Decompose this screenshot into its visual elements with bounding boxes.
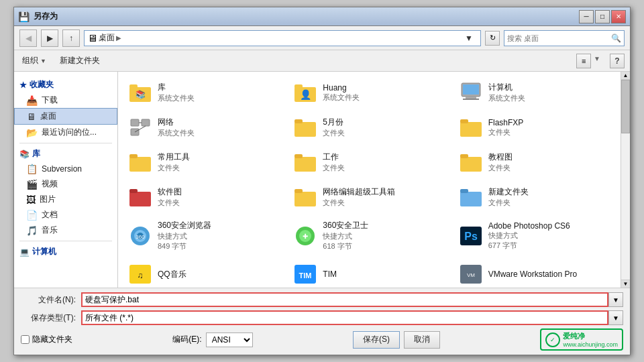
view-toggle-button[interactable]: ≡ [576, 54, 591, 68]
svg-rect-19 [129, 157, 151, 172]
sidebar-item-photo[interactable]: 🖼 图片 [14, 192, 117, 207]
close-button[interactable]: ✕ [611, 10, 626, 23]
scroll-down[interactable]: ▼ [621, 280, 630, 288]
maximize-button[interactable]: □ [595, 10, 610, 23]
sidebar-item-desktop[interactable]: 🖥 桌面 [14, 108, 117, 125]
file-item-17[interactable]: VM VMware Workstation Pro [454, 259, 615, 288]
photo-label: 图片 [40, 194, 56, 205]
filename-dropdown[interactable]: ▼ [608, 292, 623, 307]
sidebar-item-download[interactable]: 📥 下载 [14, 93, 117, 108]
file-item-6[interactable]: 常用工具 文件夹 [123, 147, 284, 178]
computer-header[interactable]: 💻 计算机 [14, 244, 117, 259]
svg-rect-20 [129, 154, 138, 158]
sidebar-item-recent[interactable]: 📂 最近访问的位... [14, 125, 117, 140]
filetype-input[interactable] [81, 310, 608, 325]
file-icon-3 [128, 115, 152, 139]
sidebar-item-subversion[interactable]: 📋 Subversion [14, 162, 117, 176]
svg-rect-27 [294, 192, 316, 206]
tutorial-folder-svg [459, 152, 483, 173]
file-grid: 📚 库 系统文件夹 👤 [118, 72, 621, 288]
svg-rect-11 [142, 119, 150, 126]
svg-text:👤: 👤 [300, 89, 312, 101]
back-button[interactable]: ◀ [19, 29, 37, 47]
file-info-13: 360安全卫士 快捷方式 618 字节 [323, 220, 445, 251]
address-breadcrumb: 🖥 桌面 ▶ [87, 32, 458, 44]
file-item-14[interactable]: Ps Adobe Photoshop CS6 快捷方式 677 字节 [454, 217, 615, 255]
help-button[interactable]: ? [610, 54, 625, 68]
file-item-9[interactable]: 软件图 文件夹 [123, 182, 284, 213]
library-header[interactable]: 📚 库 [14, 146, 117, 162]
file-icon-12: 360 [128, 224, 152, 248]
favorites-label: 收藏夹 [30, 79, 54, 90]
file-item-3[interactable]: 网络 系统文件夹 [123, 112, 284, 143]
file-name-2: 计算机 [488, 82, 610, 93]
dialog-icon: 💾 [18, 11, 30, 22]
title-controls: ─ □ ✕ [579, 10, 626, 23]
file-info-0: 库 系统文件夹 [158, 82, 280, 103]
save-button[interactable]: 保存(S) [353, 331, 400, 349]
file-icon-9 [128, 185, 152, 209]
navigation-toolbar: ◀ ▶ ↑ 🖥 桌面 ▶ ▼ ↻ 🔍 [14, 26, 630, 50]
search-input[interactable] [507, 34, 608, 42]
file-icon-0: 📚 [128, 80, 152, 105]
new-folder-button[interactable]: 新建文件夹 [57, 54, 103, 68]
file-item-2[interactable]: 计算机 系统文件夹 [454, 77, 615, 108]
search-icon[interactable]: 🔍 [611, 34, 621, 43]
file-item-12[interactable]: 360 360安全浏览器 快捷方式 849 字节 [123, 217, 284, 255]
organize-button[interactable]: 组织 ▼ [19, 54, 49, 68]
view-dropdown-arrow[interactable]: ▼ [592, 54, 602, 68]
file-info-3: 网络 系统文件夹 [158, 117, 280, 138]
file-item-5[interactable]: FlashFXP 文件夹 [454, 112, 615, 143]
file-item-13[interactable]: ✚ 360安全卫士 快捷方式 618 字节 [288, 217, 449, 255]
sidebar: ★ 收藏夹 📥 下载 🖥 桌面 📂 最近访问的位... [14, 72, 118, 288]
up-button[interactable]: ↑ [62, 29, 80, 47]
minimize-button[interactable]: ─ [579, 10, 594, 23]
file-name-11: 新建文件夹 [488, 186, 610, 198]
cancel-button[interactable]: 取消 [404, 331, 440, 349]
filetype-dropdown[interactable]: ▼ [608, 310, 623, 325]
file-info-16: TIM [323, 269, 445, 279]
hide-folders-checkbox[interactable] [21, 335, 30, 344]
forward-button[interactable]: ▶ [41, 29, 58, 47]
main-content: ★ 收藏夹 📥 下载 🖥 桌面 📂 最近访问的位... [14, 72, 630, 288]
file-item-11[interactable]: 新建文件夹 文件夹 [454, 182, 615, 213]
svg-rect-18 [460, 119, 468, 123]
file-icon-16: TIM [293, 262, 317, 286]
filename-input[interactable] [81, 292, 608, 307]
vmware-icon-svg: VM [459, 263, 483, 285]
svg-rect-15 [294, 122, 316, 137]
360safe-icon-svg: ✚ [293, 225, 317, 247]
scrollbar[interactable]: ▲ ▼ [621, 72, 630, 288]
file-item-15[interactable]: ♫ QQ音乐 [123, 259, 284, 288]
encoding-select[interactable]: ANSI UTF-8 Unicode [206, 333, 253, 347]
file-item-7[interactable]: 工作 文件夹 [288, 147, 449, 178]
ps-icon-svg: Ps [459, 225, 483, 247]
file-size-14: 677 字节 [488, 241, 610, 251]
file-item-1[interactable]: 👤 Huang 系统文件夹 [288, 77, 449, 108]
scroll-up[interactable]: ▲ [621, 72, 630, 80]
file-item-0[interactable]: 📚 库 系统文件夹 [123, 77, 284, 108]
search-bar[interactable]: 🔍 [504, 30, 625, 46]
sidebar-item-video[interactable]: 🎬 视频 [14, 176, 117, 192]
file-item-8[interactable]: 教程图 文件夹 [454, 147, 615, 178]
hide-folders-area[interactable]: 隐藏文件夹 [21, 334, 72, 345]
file-item-10[interactable]: 网络编辑超级工具箱 文件夹 [288, 182, 449, 213]
subversion-label: Subversion [42, 164, 82, 174]
address-text: 桌面 [99, 32, 115, 44]
sidebar-item-doc[interactable]: 📄 文档 [14, 207, 117, 223]
address-bar[interactable]: 🖥 桌面 ▶ ▼ [84, 30, 481, 46]
file-item-4[interactable]: 5月份 文件夹 [288, 112, 449, 143]
watermark-circle: ✓ [545, 333, 560, 347]
download-icon: 📥 [26, 95, 38, 106]
file-type-2: 系统文件夹 [488, 93, 610, 103]
address-dropdown[interactable]: ▼ [460, 29, 478, 47]
file-type-0: 系统文件夹 [158, 93, 280, 103]
file-icon-11 [459, 185, 483, 209]
sidebar-item-music[interactable]: 🎵 音乐 [14, 223, 117, 238]
favorites-header[interactable]: ★ 收藏夹 [14, 77, 117, 93]
file-info-9: 软件图 文件夹 [158, 186, 280, 208]
organize-arrow: ▼ [40, 58, 46, 64]
file-item-16[interactable]: TIM TIM [288, 259, 449, 288]
scroll-thumb[interactable] [621, 80, 630, 133]
refresh-button[interactable]: ↻ [485, 31, 500, 46]
